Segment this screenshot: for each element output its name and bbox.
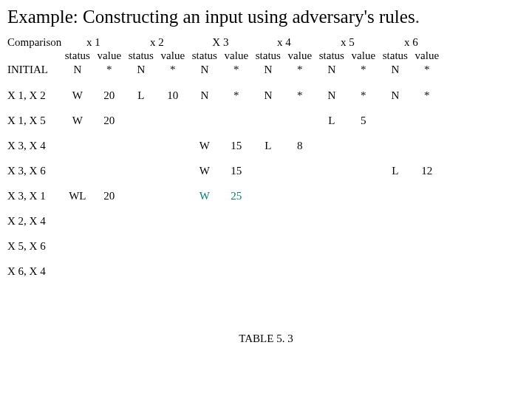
cell-value xyxy=(157,239,188,253)
cell-status xyxy=(61,214,93,228)
cell-value xyxy=(220,239,252,253)
cell-value xyxy=(411,139,443,152)
cell-value xyxy=(284,265,316,278)
cell-value xyxy=(411,114,443,127)
table-row: X 3, X 4W15L8 xyxy=(7,139,443,152)
cell-status xyxy=(316,139,347,152)
cell-status: W xyxy=(61,89,93,102)
cell-status xyxy=(188,214,220,228)
header-status: status xyxy=(316,49,347,62)
cell-status xyxy=(379,265,411,278)
cell-value xyxy=(220,214,252,228)
cell-status: N xyxy=(316,62,347,77)
cell-status: N xyxy=(125,62,157,77)
header-status: status xyxy=(61,49,93,62)
cell-status xyxy=(125,214,157,228)
cell-value xyxy=(157,139,188,152)
cell-value xyxy=(157,265,188,278)
row-label: X 3, X 1 xyxy=(7,189,61,202)
cell-value xyxy=(220,265,252,278)
cell-status xyxy=(379,189,411,202)
table-row: X 6, X 4 xyxy=(7,265,443,278)
cell-status xyxy=(125,139,157,152)
cell-status: L xyxy=(125,89,157,102)
cell-status xyxy=(61,239,93,253)
cell-value xyxy=(411,239,443,253)
cell-value: 8 xyxy=(284,139,316,152)
cell-status xyxy=(252,164,284,177)
cell-value xyxy=(284,189,316,202)
cell-status xyxy=(188,239,220,253)
cell-value: 20 xyxy=(93,89,125,102)
cell-value xyxy=(157,214,188,228)
cell-status: W xyxy=(188,139,220,152)
table-row: X 3, X 6W15L12 xyxy=(7,164,443,177)
cell-value: 20 xyxy=(93,114,125,127)
header-status: status xyxy=(188,49,220,62)
header-col: x 2 xyxy=(125,35,188,49)
cell-value: * xyxy=(220,62,252,77)
cell-status xyxy=(316,214,347,228)
cell-status: N xyxy=(188,62,220,77)
cell-status xyxy=(316,189,347,202)
row-label-initial: INITIAL xyxy=(7,62,61,77)
cell-value: * xyxy=(93,62,125,77)
cell-status: L xyxy=(379,164,411,177)
cell-value: * xyxy=(157,62,188,77)
header-status: status xyxy=(252,49,284,62)
cell-status xyxy=(316,265,347,278)
table-row: X 3, X 1WL20W25 xyxy=(7,189,443,202)
cell-status xyxy=(379,239,411,253)
cell-status: W xyxy=(188,164,220,177)
cell-value xyxy=(347,189,379,202)
header-col: X 3 xyxy=(188,35,252,49)
header-col: x 6 xyxy=(379,35,443,49)
cell-status xyxy=(252,214,284,228)
table-row: X 1, X 2W20L10N*N*N*N* xyxy=(7,89,443,102)
title-main: Example: Constructing an input using adv… xyxy=(7,7,415,27)
cell-value xyxy=(347,239,379,253)
cell-value: * xyxy=(284,89,316,102)
header-value: value xyxy=(157,49,188,62)
cell-status: WL xyxy=(61,189,93,202)
cell-status xyxy=(316,164,347,177)
row-label: X 3, X 6 xyxy=(7,164,61,177)
row-label: X 3, X 4 xyxy=(7,139,61,152)
cell-value xyxy=(347,139,379,152)
cell-status xyxy=(252,239,284,253)
cell-value xyxy=(284,114,316,127)
cell-status: W xyxy=(61,114,93,127)
cell-status xyxy=(379,114,411,127)
cell-status xyxy=(125,114,157,127)
header-col: x 1 xyxy=(61,35,125,49)
cell-status xyxy=(379,139,411,152)
row-label: X 1, X 5 xyxy=(7,114,61,127)
cell-value xyxy=(93,239,125,253)
cell-status: N xyxy=(61,62,93,77)
cell-value xyxy=(347,214,379,228)
cell-status xyxy=(188,114,220,127)
adversary-table: Comparison x 1 x 2 X 3 x 4 x 5 x 6 statu… xyxy=(7,35,443,278)
cell-status: W xyxy=(188,189,220,202)
header-value: value xyxy=(411,49,443,62)
page-title: Example: Constructing an input using adv… xyxy=(7,6,525,28)
cell-value xyxy=(93,164,125,177)
cell-value: * xyxy=(220,89,252,102)
row-label: X 6, X 4 xyxy=(7,265,61,278)
cell-value xyxy=(157,189,188,202)
cell-value xyxy=(411,265,443,278)
cell-status xyxy=(252,114,284,127)
cell-value xyxy=(220,114,252,127)
table-caption: TABLE 5. 3 xyxy=(0,332,532,345)
header-col: x 4 xyxy=(252,35,316,49)
cell-status: N xyxy=(379,62,411,77)
header-status: status xyxy=(125,49,157,62)
cell-value: 15 xyxy=(220,139,252,152)
cell-status: N xyxy=(252,62,284,77)
cell-value xyxy=(157,114,188,127)
header-value: value xyxy=(93,49,125,62)
title-punct: . xyxy=(415,7,420,27)
cell-value: 15 xyxy=(220,164,252,177)
header-value: value xyxy=(347,49,379,62)
cell-value xyxy=(93,214,125,228)
